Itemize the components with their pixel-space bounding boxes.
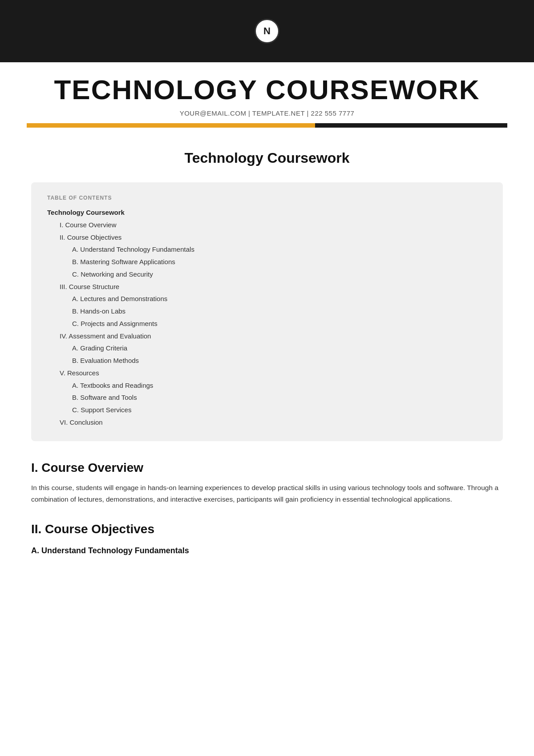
- list-item: B. Evaluation Methods: [47, 354, 487, 367]
- header-accent-left: [0, 0, 116, 62]
- list-item: A. Grading Criteria: [47, 342, 487, 354]
- contact-info: YOUR@EMAIL.COM | TEMPLATE.NET | 222 555 …: [27, 109, 507, 117]
- list-item: C. Support Services: [47, 404, 487, 416]
- list-item: B. Mastering Software Applications: [47, 256, 487, 268]
- section-1-body: In this course, students will engage in …: [31, 482, 503, 506]
- logo: N: [255, 19, 279, 44]
- section-1-heading: I. Course Overview: [31, 461, 503, 475]
- list-item: A. Textbooks and Readings: [47, 379, 487, 392]
- list-item: A. Lectures and Demonstrations: [47, 293, 487, 305]
- logo-text: N: [263, 25, 271, 37]
- title-block: TECHNOLOGY COURSEWORK YOUR@EMAIL.COM | T…: [0, 62, 534, 128]
- toc-section-title: Technology Coursework: [47, 206, 487, 219]
- list-item: C. Projects and Assignments: [47, 318, 487, 330]
- list-item: IV. Assessment and Evaluation: [47, 330, 487, 342]
- list-item: I. Course Overview: [47, 219, 487, 231]
- main-title: TECHNOLOGY COURSEWORK: [27, 75, 507, 105]
- toc-list: Technology Coursework I. Course Overview…: [47, 206, 487, 429]
- list-item: VI. Conclusion: [47, 416, 487, 429]
- section-2-heading: II. Course Objectives: [31, 522, 503, 536]
- table-of-contents: TABLE OF CONTENTS Technology Coursework …: [31, 182, 503, 441]
- color-bar: [27, 123, 507, 128]
- list-item: B. Hands-on Labs: [47, 305, 487, 318]
- list-item: III. Course Structure: [47, 281, 487, 293]
- header-accent-right: [418, 0, 534, 62]
- header: N: [0, 0, 534, 62]
- main-content: Technology Coursework TABLE OF CONTENTS …: [0, 128, 534, 587]
- subsection-a-heading: A. Understand Technology Fundamentals: [31, 546, 503, 555]
- toc-label: TABLE OF CONTENTS: [47, 195, 487, 201]
- list-item: V. Resources: [47, 367, 487, 379]
- list-item: A. Understand Technology Fundamentals: [47, 243, 487, 256]
- list-item: B. Software and Tools: [47, 391, 487, 404]
- list-item: II. Course Objectives: [47, 231, 487, 244]
- list-item: C. Networking and Security: [47, 268, 487, 281]
- document-title: Technology Coursework: [31, 150, 503, 166]
